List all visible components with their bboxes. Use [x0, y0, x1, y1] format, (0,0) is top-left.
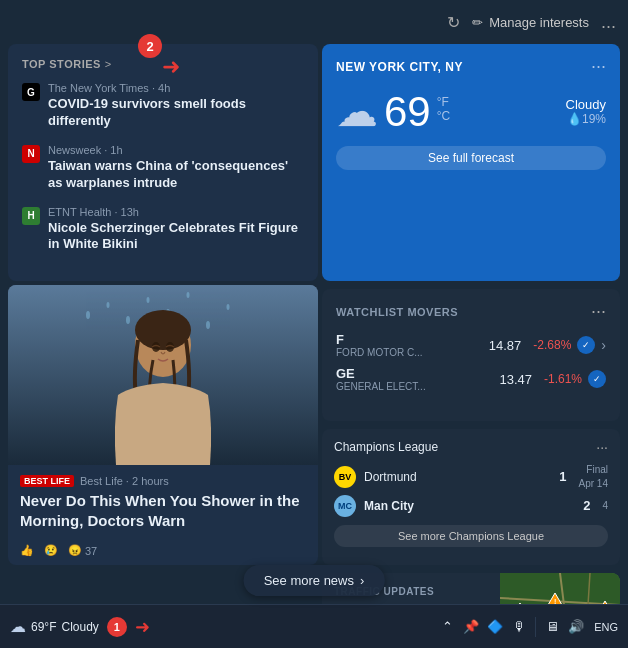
- svg-point-6: [187, 292, 190, 298]
- team-name-mancity: Man City: [364, 499, 575, 513]
- news-source-row: BEST LIFE Best Life · 2 hours: [20, 475, 306, 487]
- see-more-champions-button[interactable]: See more Champions League: [334, 525, 608, 547]
- shower-scene-svg: [8, 285, 318, 465]
- watchlist-header: WATCHLIST MOVERS ···: [336, 301, 606, 322]
- story-source-2: Newsweek · 1h: [48, 144, 304, 156]
- story-item-2: N Newsweek · 1h Taiwan warns China of 'c…: [22, 144, 304, 192]
- taskbar-pin-icon[interactable]: 📌: [461, 617, 481, 637]
- weather-card: NEW YORK CITY, NY ··· ☁ 69 °F °C Cloudy …: [322, 44, 620, 281]
- weather-temperature: 69: [384, 88, 431, 136]
- watchlist-card: WATCHLIST MOVERS ··· F FORD MOTOR C... 1…: [322, 289, 620, 421]
- reaction-like[interactable]: 👍: [20, 544, 34, 557]
- match-row-dortmund: BV Dortmund 1 Final Apr 14: [334, 463, 608, 491]
- top-stories-card: TOP STORIES > G The New York Times · 4h …: [8, 44, 318, 281]
- mancity-logo: MC: [334, 495, 356, 517]
- see-more-news-button[interactable]: See more news ›: [244, 565, 385, 596]
- champ-more-icon[interactable]: ···: [596, 439, 608, 455]
- mancity-score: 2: [583, 498, 590, 513]
- taskbar-arrow-icon: ➜: [135, 616, 150, 638]
- stock-change-ge: -1.61%: [544, 372, 582, 386]
- taskbar-mic-icon[interactable]: 🎙: [509, 617, 529, 637]
- dortmund-score: 1: [559, 469, 566, 484]
- stock-row-ge: GE GENERAL ELECT... 13.47 -1.61% ✓: [336, 366, 606, 392]
- stock-change-f: -2.68%: [533, 338, 571, 352]
- chevron-right-icon[interactable]: >: [105, 58, 111, 70]
- news-image-card: BEST LIFE Best Life · 2 hours Never Do T…: [8, 285, 318, 565]
- weather-city: NEW YORK CITY, NY: [336, 60, 463, 74]
- stock-symbol-ge[interactable]: GE: [336, 366, 493, 381]
- champ-header: Champions League ···: [334, 439, 608, 455]
- stock-price-f: 14.87: [489, 338, 522, 353]
- badge-2: 2: [138, 34, 162, 58]
- weather-unit: °F °C: [437, 95, 450, 123]
- etnt-logo: H: [22, 207, 40, 225]
- taskbar-cloud-icon: ☁: [10, 617, 26, 636]
- top-stories-label: TOP STORIES: [22, 58, 101, 70]
- newsweek-logo: N: [22, 145, 40, 163]
- angry-icon: 😠: [68, 544, 82, 557]
- main-grid: TOP STORIES > G The New York Times · 4h …: [0, 44, 628, 648]
- manage-interests-button[interactable]: ✏ Manage interests: [472, 15, 589, 30]
- more-options-button[interactable]: ...: [601, 12, 616, 33]
- forecast-button[interactable]: See full forecast: [336, 146, 606, 170]
- watchlist-label: WATCHLIST MOVERS: [336, 306, 458, 318]
- svg-point-8: [227, 304, 230, 310]
- taskbar-app1-icon[interactable]: 🔷: [485, 617, 505, 637]
- news-reactions: 👍 😢 😠 37: [8, 536, 318, 565]
- svg-point-10: [135, 310, 191, 350]
- story-source-3: ETNT Health · 13h: [48, 206, 304, 218]
- pencil-icon: ✏: [472, 15, 483, 30]
- svg-point-3: [126, 316, 130, 324]
- nyt-logo: G: [22, 83, 40, 101]
- reaction-angry[interactable]: 😠 37: [68, 544, 97, 557]
- weather-header: NEW YORK CITY, NY ···: [336, 56, 606, 77]
- stock-name-f: FORD MOTOR C...: [336, 347, 483, 358]
- sad-icon: 😢: [44, 544, 58, 557]
- penalty-mark: 4: [602, 500, 608, 511]
- taskbar-temp: 69°F: [31, 620, 56, 634]
- weather-more-icon[interactable]: ···: [591, 56, 606, 77]
- stock-verified-f: ✓: [577, 336, 595, 354]
- svg-point-7: [206, 321, 210, 329]
- news-image-meta: BEST LIFE Best Life · 2 hours Never Do T…: [8, 465, 318, 536]
- refresh-icon[interactable]: ↻: [447, 13, 460, 32]
- weather-condition: Cloudy: [566, 97, 606, 112]
- taskbar-monitor-icon[interactable]: 🖥: [542, 617, 562, 637]
- svg-point-2: [107, 302, 110, 308]
- top-bar: ↻ ✏ Manage interests ...: [0, 0, 628, 44]
- story-title-1[interactable]: COVID-19 survivors smell foods different…: [48, 96, 304, 130]
- taskbar-divider: [535, 617, 536, 637]
- reaction-sad[interactable]: 😢: [44, 544, 58, 557]
- match-row-mancity: MC Man City 2 4: [334, 495, 608, 517]
- weather-precip: 💧19%: [566, 112, 606, 126]
- story-content-3: ETNT Health · 13h Nicole Scherzinger Cel…: [48, 206, 304, 254]
- taskbar-up-arrow-icon[interactable]: ⌃: [437, 617, 457, 637]
- taskbar-icons: ⌃ 📌 🔷 🎙 🖥 🔊 ENG: [437, 617, 618, 637]
- stock-info-f: F FORD MOTOR C...: [336, 332, 483, 358]
- dortmund-logo: BV: [334, 466, 356, 488]
- weather-condition-area: Cloudy 💧19%: [566, 97, 606, 126]
- stock-nav-f[interactable]: ›: [601, 337, 606, 353]
- see-more-news-container: See more news ›: [244, 565, 385, 596]
- champions-league-card: Champions League ··· BV Dortmund 1 Final…: [322, 429, 620, 566]
- story-item-1: G The New York Times · 4h COVID-19 survi…: [22, 82, 304, 130]
- news-article-title[interactable]: Never Do This When You Shower in the Mor…: [20, 491, 306, 530]
- stock-name-ge: GENERAL ELECT...: [336, 381, 493, 392]
- stock-symbol-f[interactable]: F: [336, 332, 483, 347]
- stock-price-ge: 13.47: [499, 372, 532, 387]
- cloud-icon: ☁: [336, 87, 378, 136]
- story-item-3: H ETNT Health · 13h Nicole Scherzinger C…: [22, 206, 304, 254]
- champ-label: Champions League: [334, 440, 438, 454]
- news-source-text: Best Life · 2 hours: [80, 475, 169, 487]
- story-title-3[interactable]: Nicole Scherzinger Celebrates Fit Figure…: [48, 220, 304, 254]
- taskbar-condition: Cloudy: [61, 620, 98, 634]
- taskbar-weather: ☁ 69°F Cloudy: [10, 617, 99, 636]
- team-name-dortmund: Dortmund: [364, 470, 551, 484]
- watchlist-more-icon[interactable]: ···: [591, 301, 606, 322]
- story-content-1: The New York Times · 4h COVID-19 survivo…: [48, 82, 304, 130]
- arrow-right-icon: ➜: [162, 54, 180, 80]
- thumbs-up-icon: 👍: [20, 544, 34, 557]
- story-title-2[interactable]: Taiwan warns China of 'consequences' as …: [48, 158, 304, 192]
- taskbar-volume-icon[interactable]: 🔊: [566, 617, 586, 637]
- match-result: Final Apr 14: [579, 463, 608, 491]
